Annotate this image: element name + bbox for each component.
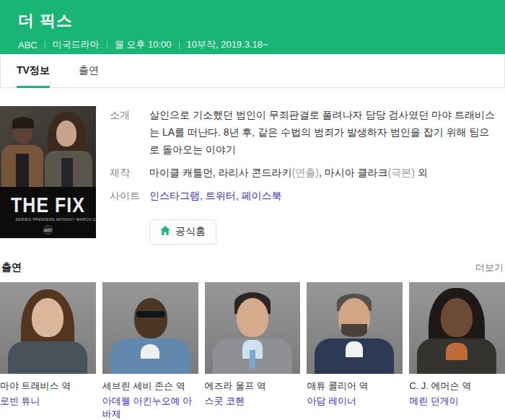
abc-network-logo: abc [43, 225, 53, 235]
cast-card-info: 매튜 콜리어 역 아담 레이너 [307, 380, 403, 408]
home-icon [160, 226, 170, 237]
info-section: THE FIX SERIES PREMIERE MONDAY MARCH 18 … [0, 106, 505, 245]
cast-photo-scott-cohen[interactable] [205, 282, 301, 374]
meta-episodes: 10부작, 2019.3.18~ [187, 38, 268, 51]
cast-role: C. J. 에머슨 역 [409, 380, 502, 393]
cast-photo-merrin-dungey[interactable] [409, 282, 505, 374]
meta-airtime: 월 오후 10:00 [115, 38, 172, 51]
cast-actor-link[interactable]: 메린 던게이 [409, 395, 502, 408]
poster-premiere-text: SERIES PREMIERE MONDAY MARCH 18 10|9c [15, 217, 80, 222]
more-link[interactable]: 더보기 [475, 261, 504, 274]
production-text: 마이클 캐틀먼, 라리사 콘드라키(연출), 마시아 클라크(극본) 외 [149, 164, 505, 181]
cast-section-title: 출연 [1, 261, 22, 274]
cast-section-header: 출연 더보기 [0, 261, 505, 274]
intro-text: 살인으로 기소했던 범인이 무죄판결로 풀려나자 담당 검사였던 마야 트래비스… [149, 106, 505, 158]
facebook-link[interactable]: 페이스북 [242, 190, 282, 201]
cast-card: C. J. 에머슨 역 메린 던게이 [409, 282, 505, 420]
poster-image[interactable]: THE FIX SERIES PREMIERE MONDAY MARCH 18 … [0, 106, 96, 238]
cast-grid: 마야 트래비스 역 로빈 튜니 세브린 세비 존슨 역 아데웰 아킨누오예 아바… [0, 282, 505, 420]
site-row: 사이트 인스타그램트위터페이스북 [110, 187, 505, 204]
official-home-button[interactable]: 공식홈 [149, 219, 216, 245]
poster-title-band: THE FIX SERIES PREMIERE MONDAY MARCH 18 … [0, 187, 96, 238]
meta-separator [45, 41, 45, 49]
meta-separator [179, 41, 180, 49]
program-title: 더 픽스 [18, 10, 505, 32]
twitter-link[interactable]: 트위터 [206, 190, 242, 201]
cast-photo-adewale[interactable] [102, 282, 198, 374]
production-names: , 마시아 클라크 [319, 167, 388, 178]
cast-card-info: 마야 트래비스 역 로빈 튜니 [0, 380, 96, 408]
cast-card: 세브린 세비 존슨 역 아데웰 아킨누오예 아바제 [102, 282, 198, 420]
cast-actor-link[interactable]: 스콧 코헨 [205, 395, 298, 408]
production-label: 제작 [110, 164, 149, 181]
site-label: 사이트 [110, 187, 149, 204]
cast-role: 세브린 세비 존슨 역 [102, 380, 196, 393]
cast-actor-link[interactable]: 아데웰 아킨누오예 아바제 [102, 395, 196, 420]
meta-separator [107, 41, 107, 49]
program-header: 더 픽스 ABC 미국드라마 월 오후 10:00 10부작, 2019.3.1… [0, 0, 505, 54]
cast-card-info: 세브린 세비 존슨 역 아데웰 아킨누오예 아바제 [102, 380, 198, 420]
poster-title-text: THE FIX [0, 192, 96, 217]
cast-section: 출연 더보기 마야 트래비스 역 로빈 튜니 세브린 세비 존슨 역 아데웰 아… [0, 261, 505, 420]
cast-card-info: 에즈라 울프 역 스콧 코헨 [205, 380, 301, 408]
tab-bar: TV정보 출연 [0, 54, 505, 88]
site-links: 인스타그램트위터페이스북 [149, 187, 505, 204]
meta-network: ABC [18, 40, 38, 51]
production-role-directing: (연출) [292, 167, 319, 178]
cast-card: 에즈라 울프 역 스콧 코헨 [205, 282, 301, 420]
cast-role: 에즈라 울프 역 [205, 380, 298, 393]
poster-photo-art [0, 106, 96, 187]
meta-genre: 미국드라마 [53, 38, 100, 51]
cast-card-info: C. J. 에머슨 역 메린 던게이 [409, 380, 505, 408]
official-home-label: 공식홈 [175, 225, 206, 238]
instagram-link[interactable]: 인스타그램 [149, 190, 206, 201]
intro-label: 소개 [110, 106, 149, 158]
production-names: 마이클 캐틀먼, 라리사 콘드라키 [149, 167, 292, 178]
cast-photo-adam-rayner[interactable] [307, 282, 403, 374]
program-details: 소개 살인으로 기소했던 범인이 무죄판결로 풀려나자 담당 검사였던 마야 트… [110, 106, 505, 245]
cast-role: 마야 트래비스 역 [0, 380, 93, 393]
program-meta: ABC 미국드라마 월 오후 10:00 10부작, 2019.3.18~ [18, 38, 505, 51]
cast-card: 매튜 콜리어 역 아담 레이너 [307, 282, 403, 420]
intro-row: 소개 살인으로 기소했던 범인이 무죄판결로 풀려나자 담당 검사였던 마야 트… [110, 106, 505, 158]
production-row: 제작 마이클 캐틀먼, 라리사 콘드라키(연출), 마시아 클라크(극본) 외 [110, 164, 505, 181]
cast-role: 매튜 콜리어 역 [307, 380, 400, 393]
tab-cast[interactable]: 출연 [79, 54, 99, 87]
production-role-writing: (극본) [388, 167, 415, 178]
cast-actor-link[interactable]: 아담 레이너 [307, 395, 400, 408]
cast-card: 마야 트래비스 역 로빈 튜니 [0, 282, 96, 420]
cast-photo-robin-tunney[interactable] [0, 282, 96, 374]
cast-actor-link[interactable]: 로빈 튜니 [0, 395, 93, 408]
production-etc: 외 [415, 167, 428, 178]
tab-tv-info[interactable]: TV정보 [17, 54, 50, 87]
